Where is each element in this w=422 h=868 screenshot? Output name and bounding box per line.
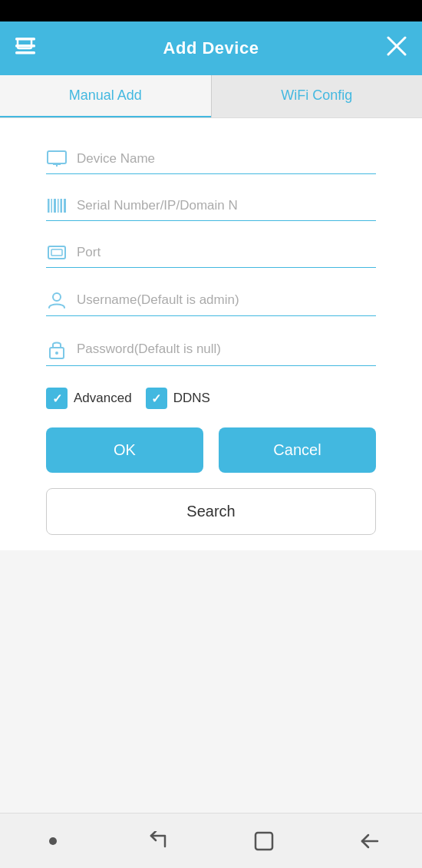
page-title: Add Device: [163, 38, 259, 58]
action-buttons: OK Cancel: [46, 427, 376, 473]
advanced-checkbox[interactable]: ✓ Advanced: [46, 388, 132, 409]
tab-bar: Manual Add WiFi Config: [0, 75, 422, 118]
lock-icon: [46, 339, 68, 359]
device-name-row: [46, 141, 376, 174]
search-button[interactable]: Search: [46, 488, 376, 535]
username-input[interactable]: [77, 292, 376, 308]
svg-rect-20: [256, 833, 272, 850]
nav-return-icon[interactable]: [140, 823, 176, 860]
nav-back-icon[interactable]: [351, 823, 387, 860]
svg-rect-14: [64, 199, 66, 213]
bottom-spacer: [0, 550, 422, 813]
tab-wifi-config[interactable]: WiFi Config: [212, 75, 423, 117]
ok-button[interactable]: OK: [46, 427, 203, 473]
svg-point-19: [55, 351, 58, 355]
svg-rect-16: [51, 249, 62, 256]
nav-dot-icon[interactable]: [35, 823, 71, 860]
advanced-checkbox-box[interactable]: ✓: [46, 388, 68, 409]
svg-point-17: [53, 293, 61, 301]
ddns-checkbox-box[interactable]: ✓: [146, 388, 167, 409]
ddns-checkbox[interactable]: ✓ DDNS: [146, 388, 210, 409]
svg-rect-13: [61, 199, 63, 213]
port-row: [46, 235, 376, 268]
svg-rect-12: [58, 199, 59, 213]
serial-number-input[interactable]: [77, 198, 376, 213]
serial-number-row: [46, 188, 376, 221]
nav-bar: [0, 813, 422, 868]
barcode-icon: [46, 197, 68, 214]
svg-rect-2: [15, 51, 35, 54]
device-name-input[interactable]: [77, 151, 376, 167]
menu-icon[interactable]: [15, 38, 35, 59]
password-row: [46, 330, 376, 366]
username-row: [46, 282, 376, 316]
tab-manual-add[interactable]: Manual Add: [0, 75, 211, 117]
svg-rect-10: [51, 199, 53, 213]
advanced-label: Advanced: [74, 391, 132, 406]
cancel-button[interactable]: Cancel: [219, 427, 376, 473]
ddns-label: DDNS: [173, 391, 210, 406]
svg-rect-11: [54, 199, 56, 213]
status-bar: [0, 0, 422, 21]
nav-square-icon[interactable]: [246, 823, 282, 860]
port-icon: [46, 244, 68, 261]
options-row: ✓ Advanced ✓ DDNS: [46, 388, 376, 409]
main-content: ✓ Advanced ✓ DDNS OK Cancel Search: [0, 118, 422, 550]
close-icon[interactable]: [387, 36, 407, 61]
port-input[interactable]: [77, 245, 376, 260]
svg-rect-9: [48, 199, 50, 213]
password-input[interactable]: [77, 342, 376, 357]
user-icon: [46, 291, 68, 309]
svg-rect-6: [48, 151, 66, 163]
monitor-icon: [46, 150, 68, 167]
title-bar: Add Device: [0, 21, 422, 75]
